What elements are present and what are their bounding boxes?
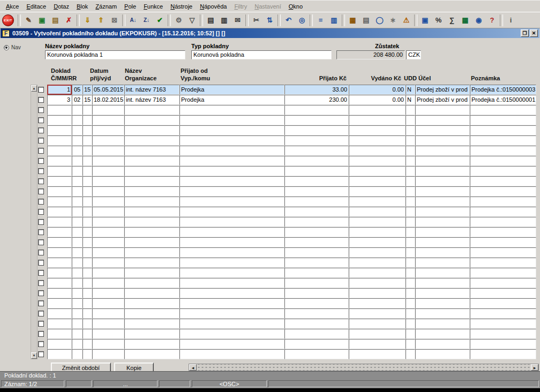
cell-doklad[interactable] — [47, 349, 72, 359]
cell-prijato_kc[interactable] — [284, 339, 349, 349]
table-row[interactable] — [47, 308, 536, 319]
cell-datum[interactable] — [92, 146, 124, 156]
cell-udd[interactable] — [406, 247, 415, 258]
cell-doklad[interactable] — [47, 105, 72, 115]
cell-mm[interactable] — [72, 176, 82, 186]
table-row[interactable]: 1051505.05.2015int. název 7163Prodejka33… — [47, 85, 536, 95]
cell-poznamka[interactable] — [470, 258, 536, 268]
cell-doklad[interactable] — [47, 156, 72, 166]
table-row[interactable] — [47, 278, 536, 288]
cell-organizace[interactable]: int. název 7163 — [124, 95, 179, 105]
cell-vydano_kc[interactable] — [349, 298, 406, 308]
menu-item-blok[interactable]: Blok — [73, 2, 92, 11]
table-row[interactable] — [47, 319, 536, 329]
scroll-right-icon[interactable]: ▶ — [531, 364, 538, 371]
cell-prijato_kc[interactable] — [284, 298, 349, 308]
sort-desc-icon[interactable]: Z↓ — [140, 14, 153, 27]
cell-mm[interactable] — [72, 227, 82, 237]
cell-prijato_kc[interactable] — [284, 176, 349, 186]
cell-rr[interactable] — [82, 207, 92, 217]
cell-datum[interactable] — [92, 308, 124, 319]
cell-datum[interactable] — [92, 278, 124, 288]
table-row[interactable] — [47, 349, 536, 359]
cell-datum[interactable] — [92, 339, 124, 349]
cell-poznamka[interactable] — [470, 298, 536, 308]
cell-prijato_kc[interactable]: 230.00 — [284, 95, 349, 105]
cell-prijato_od[interactable] — [179, 329, 284, 339]
cell-prijato_od[interactable] — [179, 115, 284, 125]
cell-vydano_kc[interactable] — [349, 115, 406, 125]
cell-vydano_kc[interactable] — [349, 288, 406, 298]
cell-organizace[interactable] — [124, 176, 179, 186]
cell-datum[interactable] — [92, 329, 124, 339]
cell-doklad[interactable] — [47, 298, 72, 308]
cell-vydano_kc[interactable] — [349, 308, 406, 319]
cell-vydano_kc[interactable] — [349, 207, 406, 217]
cell-ucel[interactable] — [415, 288, 470, 298]
cell-vydano_kc[interactable] — [349, 319, 406, 329]
cell-poznamka[interactable] — [470, 349, 536, 359]
cell-mm[interactable] — [72, 125, 82, 135]
cell-prijato_od[interactable] — [179, 135, 284, 146]
cell-prijato_od[interactable] — [179, 125, 284, 135]
table-row[interactable] — [47, 125, 536, 135]
cell-vydano_kc[interactable] — [349, 135, 406, 146]
cell-prijato_kc[interactable] — [284, 125, 349, 135]
menu-item-pole[interactable]: Pole — [121, 2, 140, 11]
cell-rr[interactable] — [82, 217, 92, 227]
table-row[interactable] — [47, 186, 536, 197]
row-checkbox[interactable] — [38, 331, 44, 337]
row-checkbox[interactable] — [38, 97, 44, 103]
cell-mm[interactable] — [72, 115, 82, 125]
cell-poznamka[interactable] — [470, 115, 536, 125]
nazev-pokladny-field[interactable]: Korunová pokladna 1 — [45, 50, 185, 59]
cell-doklad[interactable] — [47, 166, 72, 176]
cell-organizace[interactable] — [124, 227, 179, 237]
cell-udd[interactable] — [406, 258, 415, 268]
row-checkbox[interactable] — [38, 341, 44, 347]
cell-prijato_kc[interactable] — [284, 186, 349, 197]
row-checkbox[interactable] — [38, 199, 44, 205]
cell-vydano_kc[interactable] — [349, 176, 406, 186]
cell-prijato_od[interactable]: Prodejka — [179, 85, 284, 95]
cell-vydano_kc[interactable] — [349, 258, 406, 268]
cell-organizace[interactable] — [124, 156, 179, 166]
cell-datum[interactable] — [92, 186, 124, 197]
cell-datum[interactable]: 18.02.2015 — [92, 95, 124, 105]
cell-vydano_kc[interactable] — [349, 268, 406, 278]
cell-vydano_kc[interactable] — [349, 217, 406, 227]
scroll-down-icon[interactable]: ▼ — [31, 352, 37, 359]
cell-organizace[interactable] — [124, 115, 179, 125]
cell-prijato_od[interactable] — [179, 186, 284, 197]
cell-prijato_kc[interactable]: 33.00 — [284, 85, 349, 95]
row-checkbox[interactable] — [38, 229, 44, 235]
info-icon[interactable]: i — [504, 14, 518, 27]
cell-organizace[interactable] — [124, 207, 179, 217]
cut-icon[interactable]: ✂ — [250, 14, 263, 27]
cell-ucel[interactable]: Prodej zboží v prod — [415, 95, 470, 105]
row-checkbox[interactable] — [38, 260, 44, 266]
table-row[interactable] — [47, 156, 536, 166]
cell-poznamka[interactable] — [470, 278, 536, 288]
cell-ucel[interactable] — [415, 268, 470, 278]
print-preview-icon[interactable]: ▥ — [218, 14, 231, 27]
cell-rr[interactable] — [82, 349, 92, 359]
detail-view-icon[interactable]: ▥ — [327, 14, 341, 27]
cell-organizace[interactable] — [124, 329, 179, 339]
cell-prijato_od[interactable] — [179, 176, 284, 186]
cell-poznamka[interactable] — [470, 268, 536, 278]
table-row[interactable] — [47, 329, 536, 339]
cell-ucel[interactable] — [415, 166, 470, 176]
cell-datum[interactable] — [92, 247, 124, 258]
cell-doklad[interactable] — [47, 227, 72, 237]
cell-prijato_kc[interactable] — [284, 146, 349, 156]
cell-poznamka[interactable] — [470, 105, 536, 115]
cell-datum[interactable] — [92, 288, 124, 298]
cell-rr[interactable] — [82, 288, 92, 298]
cell-doklad[interactable] — [47, 135, 72, 146]
cell-datum[interactable] — [92, 319, 124, 329]
cell-organizace[interactable] — [124, 268, 179, 278]
cell-ucel[interactable] — [415, 329, 470, 339]
cell-ucel[interactable] — [415, 186, 470, 197]
cell-rr[interactable] — [82, 237, 92, 247]
